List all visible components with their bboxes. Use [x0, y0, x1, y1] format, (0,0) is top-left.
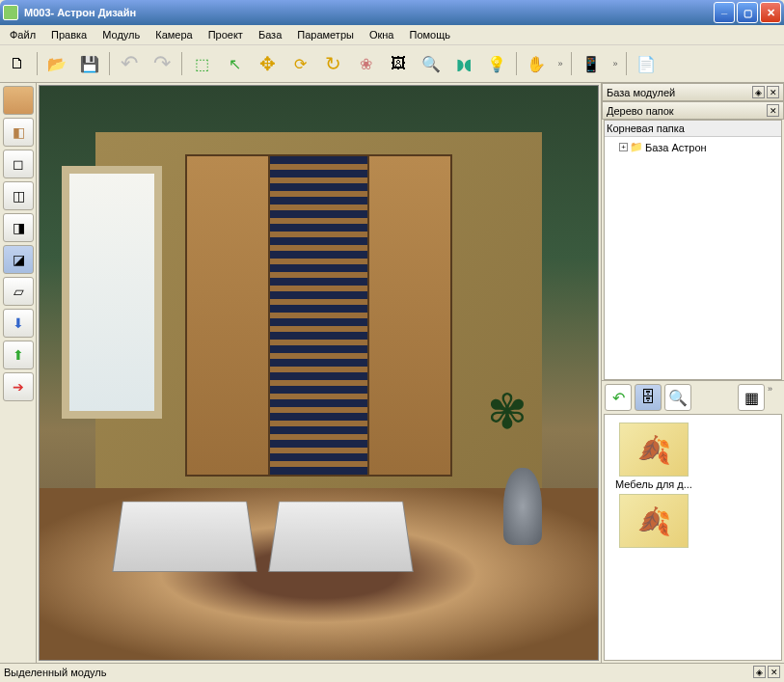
- thumbnail-list[interactable]: 🍂 Мебель для д... 🍂: [604, 414, 782, 661]
- right-sidebar: База модулей ◈ ✕ Дерево папок ✕ Корневая…: [601, 83, 784, 663]
- bulb-icon[interactable]: 💡: [481, 48, 512, 79]
- search-thumb-icon[interactable]: 🔍: [664, 384, 691, 411]
- folders-panel-title: Дерево папок: [607, 105, 765, 117]
- main-toolbar: 🗋 📂 💾 ↶ ↷ ⬚ ↖ ✥ ⟳ ↻ ❀ 🖼 🔍 ◗◖ 💡 ✋ » 📱 » 📄: [0, 45, 784, 83]
- redo-icon[interactable]: ↷: [147, 48, 177, 79]
- panel-pin-icon[interactable]: ◈: [752, 86, 765, 98]
- new-icon[interactable]: 🗋: [2, 48, 33, 79]
- menu-windows[interactable]: Окна: [364, 27, 400, 42]
- materials-icon[interactable]: ❀: [350, 48, 381, 79]
- hand-icon[interactable]: ✋: [521, 48, 552, 79]
- view-db-icon[interactable]: 🗄: [635, 384, 662, 411]
- select-cursor-icon[interactable]: ↖: [219, 48, 250, 79]
- minimize-button[interactable]: [714, 2, 735, 23]
- left-toolbar: ◧ ◻ ◫ ◨ ◪ ▱ ⬇ ⬆ ➔: [0, 83, 37, 663]
- save-icon[interactable]: 💾: [74, 48, 105, 79]
- panel-close-icon[interactable]: ✕: [768, 666, 780, 678]
- image-icon[interactable]: 🖼: [383, 48, 414, 79]
- app-icon: [3, 5, 18, 20]
- tree-item[interactable]: + 📁 База Астрон: [608, 140, 778, 154]
- folder-tree[interactable]: Корневая папка + 📁 База Астрон: [604, 120, 782, 380]
- menu-edit[interactable]: Правка: [45, 27, 93, 42]
- rotate90-icon[interactable]: ⟳: [284, 48, 315, 79]
- thumbnail-item[interactable]: 🍂 Мебель для д...: [612, 423, 695, 490]
- search-icon[interactable]: 🔍: [416, 48, 446, 79]
- menu-project[interactable]: Проект: [203, 27, 249, 42]
- panel-pin-icon[interactable]: ◈: [753, 666, 766, 678]
- maximize-button[interactable]: [737, 2, 758, 23]
- modules-panel-header: База модулей ◈ ✕: [602, 83, 784, 101]
- up-folder-icon[interactable]: ↶: [605, 384, 632, 411]
- box-selected-tool[interactable]: ◪: [3, 245, 34, 274]
- modules-panel-title: База модулей: [607, 87, 750, 98]
- folder-thumb-icon: 🍂: [619, 423, 689, 477]
- window-title: М003- Астрон Дизайн: [22, 7, 712, 18]
- box3-tool[interactable]: ◨: [3, 213, 34, 242]
- rotate-icon[interactable]: ↻: [317, 48, 348, 79]
- box2-tool[interactable]: ◫: [3, 181, 34, 210]
- next-tool[interactable]: ➔: [3, 372, 34, 401]
- toolbar-more[interactable]: »: [554, 48, 567, 79]
- folders-panel-header: Дерево папок ✕: [602, 101, 784, 120]
- folder-thumb-icon: 🍂: [619, 494, 689, 548]
- menu-file[interactable]: Файл: [4, 27, 41, 42]
- thumbnail-label: Мебель для д...: [612, 478, 695, 490]
- move-icon[interactable]: ✥: [252, 48, 283, 79]
- select-rect-icon[interactable]: ⬚: [186, 48, 217, 79]
- tree-root[interactable]: Корневая папка: [605, 121, 781, 137]
- document-icon[interactable]: 📄: [631, 48, 662, 79]
- bottom-panel-title: Выделенный модуль: [4, 667, 751, 678]
- menu-help[interactable]: Помощь: [403, 27, 456, 42]
- thumbnail-item[interactable]: 🍂: [612, 494, 695, 550]
- folder-icon: 📁: [630, 141, 643, 153]
- undo-icon[interactable]: ↶: [114, 48, 145, 79]
- phone-icon[interactable]: 📱: [576, 48, 607, 79]
- menu-database[interactable]: База: [253, 27, 287, 42]
- view-mode-icon[interactable]: ▦: [738, 384, 765, 411]
- material-tool[interactable]: [3, 86, 34, 115]
- bottom-panel: Выделенный модуль ◈ ✕ ◗◖ ⊢ 🗑 ▦Элементы ✦…: [0, 663, 784, 682]
- flip-icon[interactable]: ◗◖: [448, 48, 479, 79]
- thumb-more[interactable]: »: [768, 384, 781, 411]
- panel-close-icon[interactable]: ✕: [767, 104, 779, 117]
- box-tool[interactable]: ◻: [3, 150, 34, 178]
- menu-module[interactable]: Модуль: [96, 27, 146, 42]
- menu-params[interactable]: Параметры: [291, 27, 360, 42]
- open-icon[interactable]: 📂: [41, 48, 72, 79]
- close-button[interactable]: [760, 2, 781, 23]
- panel-close-icon[interactable]: ✕: [767, 86, 779, 98]
- tree-item-label: База Астрон: [645, 142, 707, 153]
- import-tool[interactable]: ⬇: [3, 309, 34, 338]
- thumbnail-toolbar: ↶ 🗄 🔍 ▦ »: [602, 380, 784, 414]
- menu-camera[interactable]: Камера: [149, 27, 198, 42]
- expand-icon[interactable]: +: [619, 143, 628, 151]
- box-filled-tool[interactable]: ◧: [3, 118, 34, 147]
- menu-bar: Файл Правка Модуль Камера Проект База Па…: [0, 25, 784, 45]
- toolbar-more-2[interactable]: »: [608, 48, 622, 79]
- export-tool[interactable]: ⬆: [3, 341, 34, 369]
- title-bar: М003- Астрон Дизайн: [0, 0, 784, 25]
- plane-tool[interactable]: ▱: [3, 277, 34, 306]
- 3d-viewport[interactable]: ✾: [39, 85, 599, 661]
